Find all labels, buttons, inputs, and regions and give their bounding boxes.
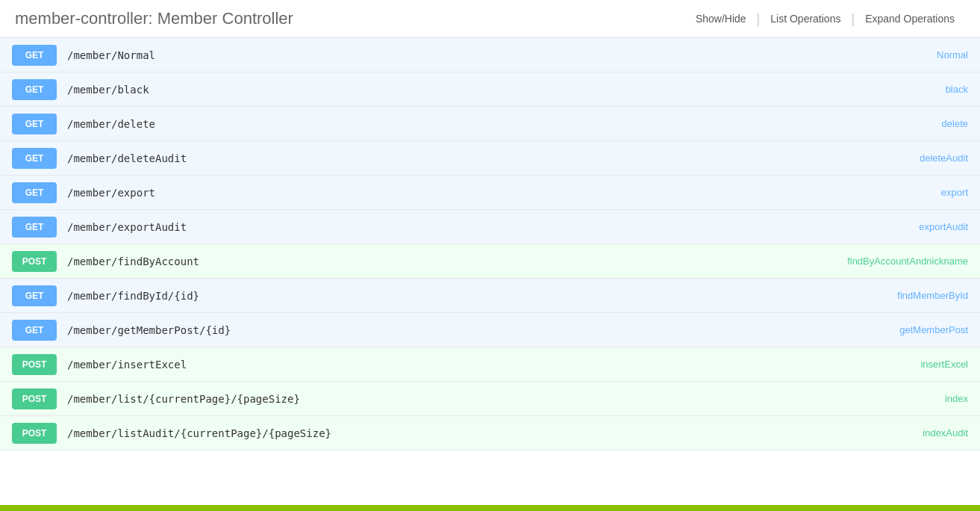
- method-badge: GET: [12, 45, 57, 66]
- operation-nickname: deleteAudit: [849, 152, 968, 164]
- operation-row[interactable]: GET/member/getMemberPost/{id}getMemberPo…: [0, 313, 980, 347]
- operation-row[interactable]: GET/member/exportexport: [0, 176, 980, 210]
- list-operations-link[interactable]: List Operations: [760, 13, 851, 25]
- operation-row[interactable]: POST/member/findByAccountfindByAccountAn…: [0, 244, 980, 279]
- operation-path: /member/findByAccount: [67, 256, 847, 267]
- operation-row[interactable]: GET/member/findById/{id}findMemberById: [0, 279, 980, 313]
- operation-nickname: findByAccountAndnickname: [847, 256, 968, 267]
- operation-row[interactable]: GET/member/NormalNormal: [0, 38, 980, 72]
- controller-desc: : Member Controller: [149, 9, 293, 28]
- method-badge: POST: [12, 251, 57, 272]
- operation-path: /member/Normal: [67, 49, 849, 61]
- operation-nickname: black: [849, 84, 968, 95]
- operation-path: /member/listAudit/{currentPage}/{pageSiz…: [67, 427, 849, 439]
- operation-path: /member/list/{currentPage}/{pageSize}: [67, 393, 849, 405]
- operation-nickname: Normal: [849, 49, 968, 61]
- method-badge: GET: [12, 217, 57, 238]
- method-badge: GET: [12, 320, 57, 341]
- operation-nickname: insertExcel: [849, 359, 968, 370]
- operation-path: /member/insertExcel: [67, 359, 849, 371]
- method-badge: POST: [12, 388, 57, 409]
- method-badge: POST: [12, 354, 57, 375]
- operation-row[interactable]: GET/member/exportAuditexportAudit: [0, 210, 980, 244]
- header-bar: member-controller: Member Controller Sho…: [0, 0, 980, 38]
- operations-list: GET/member/NormalNormalGET/member/blackb…: [0, 38, 980, 450]
- operation-nickname: index: [849, 393, 968, 404]
- operation-nickname: exportAudit: [849, 221, 968, 232]
- controller-name: member-controller: [15, 9, 149, 28]
- operation-row[interactable]: GET/member/deletedelete: [0, 107, 980, 141]
- operation-row[interactable]: GET/member/blackblack: [0, 72, 980, 107]
- operation-nickname: export: [849, 187, 968, 198]
- method-badge: GET: [12, 114, 57, 134]
- operation-row[interactable]: POST/member/list/{currentPage}/{pageSize…: [0, 382, 980, 416]
- operation-path: /member/getMemberPost/{id}: [67, 324, 849, 336]
- expand-operations-link[interactable]: Expand Operations: [855, 13, 965, 25]
- operation-nickname: delete: [849, 118, 968, 129]
- operation-nickname: findMemberById: [849, 290, 968, 301]
- operation-path: /member/findById/{id}: [67, 290, 849, 302]
- header-actions: Show/Hide | List Operations | Expand Ope…: [685, 11, 965, 27]
- show-hide-link[interactable]: Show/Hide: [685, 13, 757, 25]
- operation-nickname: getMemberPost: [849, 324, 968, 335]
- method-badge: GET: [12, 182, 57, 203]
- operation-nickname: indexAudit: [849, 427, 968, 439]
- operation-path: /member/delete: [67, 118, 849, 130]
- operation-path: /member/black: [67, 84, 849, 96]
- operation-row[interactable]: POST/member/insertExcelinsertExcel: [0, 347, 980, 382]
- method-badge: GET: [12, 79, 57, 100]
- method-badge: GET: [12, 285, 57, 306]
- operation-path: /member/export: [67, 187, 849, 199]
- operation-row[interactable]: GET/member/deleteAuditdeleteAudit: [0, 141, 980, 176]
- method-badge: GET: [12, 148, 57, 169]
- controller-title: member-controller: Member Controller: [15, 9, 293, 28]
- operation-row[interactable]: POST/member/listAudit/{currentPage}/{pag…: [0, 416, 980, 450]
- method-badge: POST: [12, 423, 57, 444]
- operation-path: /member/deleteAudit: [67, 152, 849, 164]
- operation-path: /member/exportAudit: [67, 221, 849, 233]
